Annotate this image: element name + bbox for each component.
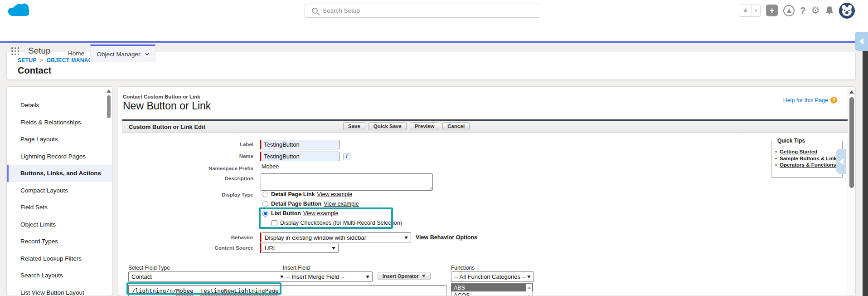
breadcrumb-separator: > [40,57,43,64]
avatar-snout [845,11,849,14]
sidebar-item-list-view-button-layout[interactable]: List View Button Layout [7,284,112,296]
trailhead-icon[interactable] [783,5,795,16]
sidebar-item-record-types[interactable]: Record Types [7,233,112,250]
view-behavior-options-link[interactable]: View Behavior Options [416,234,477,241]
insert-operator-button[interactable]: Insert Operator [378,272,431,280]
sidebar-item-related-lookup-filters[interactable]: Related Lookup Filters [7,250,112,267]
sidebar-scrollbar-thumb[interactable] [107,95,111,118]
sidebar-item-search-layouts[interactable]: Search Layouts [7,267,112,284]
avatar-face [842,7,852,16]
checkbox-label: Display Checkboxes (for Multi-Record Sel… [280,220,402,226]
sidebar-scrollbar[interactable] [106,88,112,295]
breadcrumb-setup-link[interactable]: SETUP [18,57,37,64]
help-badge-icon[interactable]: ? [830,97,837,104]
insert-field-value: -- Insert Merge Field -- [286,273,344,280]
scroll-up-icon[interactable] [528,286,531,289]
operators-functions-link[interactable]: Operators & Functions [780,162,836,168]
salesforce-setup-app: Search Setup ★ ▾ + ? ⚙ [0,0,868,296]
functions-listbox[interactable]: ABS ACOS [451,283,533,296]
page-title: New Button or Link [123,100,211,112]
collapse-header-tab[interactable] [855,32,868,51]
chevron-down-icon [145,52,149,56]
radio-label: List Button [271,210,301,217]
field-type-value: Contact [131,273,152,280]
listbox-scrollbar[interactable] [526,284,532,296]
quick-save-button[interactable]: Quick Save [369,122,407,130]
header-utility-icons: ★ ▾ + ? ⚙ [739,0,855,21]
info-icon[interactable]: i [343,153,350,160]
label-input[interactable] [262,140,340,149]
main-content-panel: Contact Custom Button or Link New Button… [118,86,856,296]
function-option-abs[interactable]: ABS [451,284,533,291]
app-launcher-icon[interactable] [11,47,19,55]
notifications-bell-icon[interactable] [825,6,834,15]
action-button-row: Save Quick Save Preview Cancel [343,122,470,130]
scroll-up-icon[interactable] [849,90,854,94]
radio-detail-page-link[interactable] [262,192,268,197]
help-for-this-page-link[interactable]: Help for this Page [783,97,828,104]
content-scrollbar[interactable] [848,87,855,296]
behavior-select[interactable]: Display in existing window with sidebar [262,232,411,242]
sidebar-item-buttons-links-actions[interactable]: Buttons, Links, and Actions [7,165,112,182]
function-categories-select[interactable]: -- All Function Categories -- [451,271,534,282]
sample-buttons-links-link[interactable]: Sample Buttons & Links [780,156,839,161]
display-checkboxes-checkbox[interactable] [272,220,277,226]
global-search-box[interactable]: Search Setup [305,4,540,18]
view-example-link[interactable]: View example [317,191,353,197]
content-scrollbar-thumb[interactable] [849,97,854,188]
function-option-acos[interactable]: ACOS [451,291,533,296]
gear-icon[interactable]: ⚙ [811,5,820,16]
sidebar-item-label: Compact Layouts [20,187,68,194]
formula-text: /lightning/n/ [132,287,176,294]
avatar-eye [844,10,845,11]
required-indicator [260,232,261,242]
sidebar-item-details[interactable]: Details [7,97,112,114]
formula-text-misspelled: TestingNewLightningPage [200,287,279,294]
formula-textarea[interactable]: /lightning/n/Mobee__TestingNewLightningP… [128,285,446,296]
collapse-panel-tab[interactable] [836,149,846,174]
sidebar-item-lightning-record-pages[interactable]: Lightning Record Pages [7,148,112,165]
insert-merge-field-select[interactable]: -- Insert Merge Field -- [283,271,373,282]
name-input[interactable] [262,152,340,161]
setup-navbar: Setup Home Object Manager [0,21,868,41]
description-textarea[interactable] [261,173,433,191]
sidebar-item-label: Related Lookup Filters [20,255,82,262]
required-indicator [260,243,261,253]
radio-list-button[interactable] [262,211,268,217]
save-button[interactable]: Save [343,122,365,130]
favorites-star-icon[interactable]: ★ [739,5,752,16]
help-icon[interactable]: ? [800,5,806,16]
view-example-link[interactable]: View example [324,201,359,207]
sidebar-item-label: Field Sets [20,204,48,211]
radio-detail-page-button[interactable] [262,201,268,207]
browser-scrollbar[interactable] [863,35,868,296]
content-source-label: Content Source [118,245,253,251]
namespace-prefix-value: Mobee [262,163,279,170]
tab-object-manager-label: Object Manager [97,51,140,58]
content-source-value: URL [265,245,276,252]
chevron-left-icon [859,38,863,44]
sidebar-item-label: Page Layouts [20,136,58,143]
quick-create-icon[interactable]: + [766,5,778,16]
tab-home[interactable]: Home [63,44,89,62]
sidebar-item-object-limits[interactable]: Object Limits [7,216,112,233]
favorites-caret-icon[interactable]: ▾ [752,5,760,16]
chevron-left-icon [839,158,844,165]
namespace-prefix-label: Namespace Prefix [118,166,253,171]
favorites-button-group[interactable]: ★ ▾ [739,5,761,17]
preview-button[interactable]: Preview [410,122,439,130]
user-avatar[interactable] [839,3,855,19]
view-example-link[interactable]: View example [303,210,339,217]
sidebar-item-fields-relationships[interactable]: Fields & Relationships [7,114,112,131]
field-type-select[interactable]: Contact [128,271,287,282]
scroll-up-icon[interactable] [107,89,111,93]
cancel-button[interactable]: Cancel [442,122,470,130]
display-type-label: Display Type [118,192,253,197]
getting-started-link[interactable]: Getting Started [780,149,817,154]
sidebar-item-page-layouts[interactable]: Page Layouts [7,131,112,148]
sidebar-item-compact-layouts[interactable]: Compact Layouts [7,182,112,199]
functions-label: Functions [451,265,475,271]
sidebar-item-field-sets[interactable]: Field Sets [7,199,112,216]
content-source-select[interactable]: URL [262,243,339,253]
tab-object-manager[interactable]: Object Manager [90,44,155,62]
